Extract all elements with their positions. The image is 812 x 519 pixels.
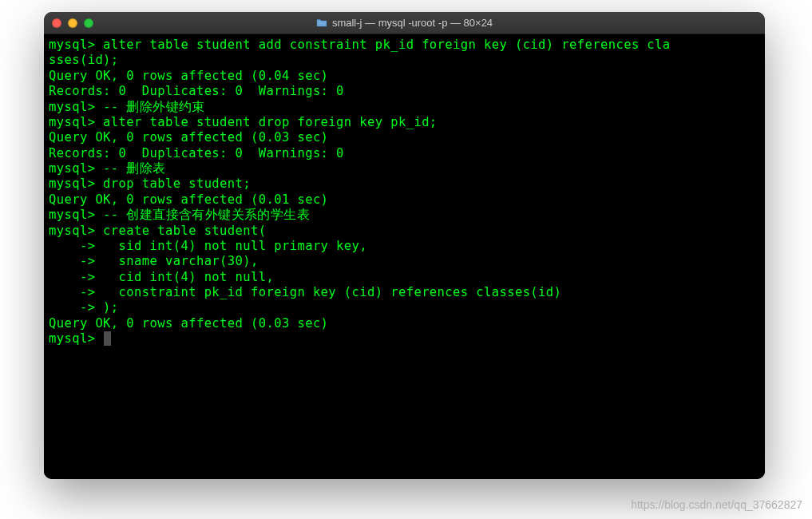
terminal-line: -> sname varchar(30), xyxy=(49,254,760,269)
terminal-line: mysql> create table student( xyxy=(49,224,760,239)
watermark: https://blog.csdn.net/qq_37662827 xyxy=(631,498,802,511)
terminal-line: sses(id); xyxy=(49,53,760,68)
close-button[interactable] xyxy=(52,18,61,28)
window-title: small-j — mysql -uroot -p — 80×24 xyxy=(332,17,493,29)
terminal-line: Query OK, 0 rows affected (0.03 sec) xyxy=(49,316,760,331)
terminal-content: mysql> alter table student add constrain… xyxy=(49,38,760,347)
terminal-body[interactable]: mysql> alter table student add constrain… xyxy=(44,34,765,479)
terminal-line: -> ); xyxy=(49,300,760,315)
terminal-window: small-j — mysql -uroot -p — 80×24 mysql>… xyxy=(44,12,765,479)
terminal-line: Records: 0 Duplicates: 0 Warnings: 0 xyxy=(49,146,760,161)
terminal-line: mysql> -- 创建直接含有外键关系的学生表 xyxy=(49,208,760,223)
terminal-line: Query OK, 0 rows affected (0.01 sec) xyxy=(49,192,760,208)
terminal-line: Records: 0 Duplicates: 0 Warnings: 0 xyxy=(49,84,760,99)
folder-icon xyxy=(316,18,327,27)
terminal-line: mysql> -- 删除表 xyxy=(49,161,760,176)
terminal-line: -> constraint pk_id foreign key (cid) re… xyxy=(49,285,760,300)
title-bar: small-j — mysql -uroot -p — 80×24 xyxy=(44,12,765,34)
maximize-button[interactable] xyxy=(84,18,93,28)
traffic-lights xyxy=(44,18,93,28)
terminal-line: -> sid int(4) not null primary key, xyxy=(49,239,760,254)
terminal-line: mysql> drop table student; xyxy=(49,176,760,192)
cursor xyxy=(104,331,111,346)
title-center: small-j — mysql -uroot -p — 80×24 xyxy=(44,17,765,29)
minimize-button[interactable] xyxy=(68,18,77,28)
terminal-line: Query OK, 0 rows affected (0.03 sec) xyxy=(49,130,760,145)
terminal-line: mysql> xyxy=(49,331,760,347)
terminal-line: mysql> -- 删除外键约束 xyxy=(49,100,760,115)
terminal-line: mysql> alter table student add constrain… xyxy=(49,38,760,53)
terminal-line: mysql> alter table student drop foreign … xyxy=(49,115,760,130)
terminal-line: Query OK, 0 rows affected (0.04 sec) xyxy=(49,69,760,84)
terminal-line: -> cid int(4) not null, xyxy=(49,270,760,285)
